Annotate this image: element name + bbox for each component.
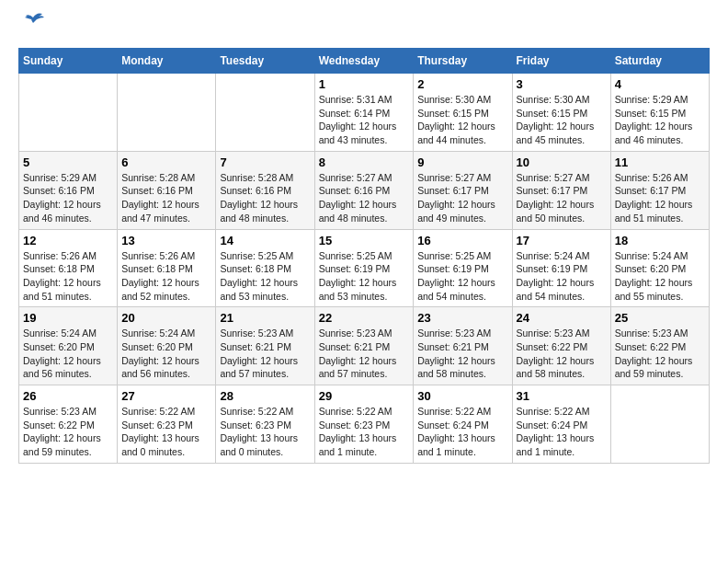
calendar-cell: 2Sunrise: 5:30 AM Sunset: 6:15 PM Daylig…: [414, 74, 512, 152]
day-info: Sunrise: 5:28 AM Sunset: 6:16 PM Dayligh…: [220, 171, 310, 225]
calendar-cell: 21Sunrise: 5:23 AM Sunset: 6:21 PM Dayli…: [216, 307, 314, 385]
day-info: Sunrise: 5:29 AM Sunset: 6:16 PM Dayligh…: [23, 171, 113, 225]
column-header-tuesday: Tuesday: [216, 49, 314, 74]
calendar-cell: [19, 74, 118, 152]
day-number: 31: [517, 389, 607, 403]
day-number: 10: [517, 155, 607, 169]
calendar-cell: 16Sunrise: 5:25 AM Sunset: 6:19 PM Dayli…: [414, 229, 512, 307]
day-number: 8: [319, 155, 410, 169]
calendar-cell: 10Sunrise: 5:27 AM Sunset: 6:17 PM Dayli…: [512, 151, 610, 229]
calendar-cell: 1Sunrise: 5:31 AM Sunset: 6:14 PM Daylig…: [314, 74, 414, 152]
calendar-cell: 24Sunrise: 5:23 AM Sunset: 6:22 PM Dayli…: [512, 307, 610, 385]
day-info: Sunrise: 5:23 AM Sunset: 6:22 PM Dayligh…: [517, 327, 607, 381]
calendar-cell: 30Sunrise: 5:22 AM Sunset: 6:24 PM Dayli…: [414, 385, 512, 464]
day-info: Sunrise: 5:30 AM Sunset: 6:15 PM Dayligh…: [417, 93, 507, 147]
calendar-cell: 3Sunrise: 5:30 AM Sunset: 6:15 PM Daylig…: [512, 74, 610, 152]
calendar-cell: [216, 74, 314, 152]
column-header-monday: Monday: [118, 49, 216, 74]
calendar-cell: 31Sunrise: 5:22 AM Sunset: 6:24 PM Dayli…: [512, 385, 610, 464]
day-info: Sunrise: 5:22 AM Sunset: 6:23 PM Dayligh…: [220, 405, 310, 459]
day-info: Sunrise: 5:29 AM Sunset: 6:15 PM Dayligh…: [615, 93, 705, 147]
day-info: Sunrise: 5:24 AM Sunset: 6:20 PM Dayligh…: [615, 249, 705, 304]
calendar-week-row: 1Sunrise: 5:31 AM Sunset: 6:14 PM Daylig…: [19, 74, 710, 152]
calendar-cell: 29Sunrise: 5:22 AM Sunset: 6:23 PM Dayli…: [314, 385, 414, 464]
calendar-cell: 19Sunrise: 5:24 AM Sunset: 6:20 PM Dayli…: [19, 307, 118, 385]
day-number: 11: [615, 155, 705, 169]
day-info: Sunrise: 5:22 AM Sunset: 6:24 PM Dayligh…: [417, 405, 507, 459]
day-info: Sunrise: 5:22 AM Sunset: 6:24 PM Dayligh…: [517, 405, 607, 459]
calendar-cell: 15Sunrise: 5:25 AM Sunset: 6:19 PM Dayli…: [314, 229, 414, 307]
day-number: 7: [220, 155, 310, 169]
day-number: 12: [23, 234, 113, 247]
calendar-header-row: SundayMondayTuesdayWednesdayThursdayFrid…: [19, 49, 710, 74]
calendar-cell: 13Sunrise: 5:26 AM Sunset: 6:18 PM Dayli…: [118, 229, 216, 307]
day-number: 19: [23, 311, 113, 325]
day-info: Sunrise: 5:22 AM Sunset: 6:23 PM Dayligh…: [121, 405, 211, 459]
day-number: 15: [319, 234, 410, 247]
day-number: 1: [319, 77, 410, 91]
column-header-wednesday: Wednesday: [314, 49, 414, 74]
calendar-cell: 23Sunrise: 5:23 AM Sunset: 6:21 PM Dayli…: [414, 307, 512, 385]
calendar-cell: 11Sunrise: 5:26 AM Sunset: 6:17 PM Dayli…: [610, 151, 709, 229]
day-number: 20: [121, 311, 211, 325]
calendar-week-row: 26Sunrise: 5:23 AM Sunset: 6:22 PM Dayli…: [19, 385, 710, 464]
calendar-cell: [118, 74, 216, 152]
day-number: 13: [121, 234, 211, 247]
day-info: Sunrise: 5:25 AM Sunset: 6:19 PM Dayligh…: [319, 249, 410, 304]
calendar-cell: 9Sunrise: 5:27 AM Sunset: 6:17 PM Daylig…: [414, 151, 512, 229]
calendar-week-row: 19Sunrise: 5:24 AM Sunset: 6:20 PM Dayli…: [19, 307, 710, 385]
calendar-cell: 7Sunrise: 5:28 AM Sunset: 6:16 PM Daylig…: [216, 151, 314, 229]
calendar-cell: 18Sunrise: 5:24 AM Sunset: 6:20 PM Dayli…: [610, 229, 709, 307]
day-number: 18: [615, 234, 705, 247]
day-number: 27: [121, 389, 211, 403]
day-info: Sunrise: 5:23 AM Sunset: 6:21 PM Dayligh…: [220, 327, 310, 381]
day-info: Sunrise: 5:25 AM Sunset: 6:18 PM Dayligh…: [220, 249, 310, 304]
column-header-friday: Friday: [512, 49, 610, 74]
day-info: Sunrise: 5:24 AM Sunset: 6:20 PM Dayligh…: [23, 327, 113, 381]
calendar-cell: 8Sunrise: 5:27 AM Sunset: 6:16 PM Daylig…: [314, 151, 414, 229]
calendar-cell: 12Sunrise: 5:26 AM Sunset: 6:18 PM Dayli…: [19, 229, 118, 307]
calendar-cell: 4Sunrise: 5:29 AM Sunset: 6:15 PM Daylig…: [610, 74, 709, 152]
day-info: Sunrise: 5:28 AM Sunset: 6:16 PM Dayligh…: [121, 171, 211, 225]
calendar-cell: 17Sunrise: 5:24 AM Sunset: 6:19 PM Dayli…: [512, 229, 610, 307]
day-number: 5: [23, 155, 113, 169]
day-number: 4: [615, 77, 705, 91]
day-info: Sunrise: 5:27 AM Sunset: 6:17 PM Dayligh…: [517, 171, 607, 225]
day-number: 17: [517, 234, 607, 247]
calendar-week-row: 12Sunrise: 5:26 AM Sunset: 6:18 PM Dayli…: [19, 229, 710, 307]
day-info: Sunrise: 5:23 AM Sunset: 6:21 PM Dayligh…: [319, 327, 410, 381]
day-info: Sunrise: 5:26 AM Sunset: 6:17 PM Dayligh…: [615, 171, 705, 225]
day-number: 30: [417, 389, 507, 403]
column-header-sunday: Sunday: [19, 49, 118, 74]
day-number: 14: [220, 234, 310, 247]
calendar-cell: 5Sunrise: 5:29 AM Sunset: 6:16 PM Daylig…: [19, 151, 118, 229]
calendar-cell: 20Sunrise: 5:24 AM Sunset: 6:20 PM Dayli…: [118, 307, 216, 385]
day-info: Sunrise: 5:31 AM Sunset: 6:14 PM Dayligh…: [319, 93, 410, 147]
day-info: Sunrise: 5:26 AM Sunset: 6:18 PM Dayligh…: [23, 249, 113, 304]
day-info: Sunrise: 5:27 AM Sunset: 6:16 PM Dayligh…: [319, 171, 410, 225]
calendar-cell: 25Sunrise: 5:23 AM Sunset: 6:22 PM Dayli…: [610, 307, 709, 385]
day-number: 25: [615, 311, 705, 325]
day-info: Sunrise: 5:23 AM Sunset: 6:21 PM Dayligh…: [417, 327, 507, 381]
calendar-cell: 22Sunrise: 5:23 AM Sunset: 6:21 PM Dayli…: [314, 307, 414, 385]
day-info: Sunrise: 5:27 AM Sunset: 6:17 PM Dayligh…: [417, 171, 507, 225]
day-number: 2: [417, 77, 507, 91]
day-info: Sunrise: 5:23 AM Sunset: 6:22 PM Dayligh…: [23, 405, 113, 459]
day-info: Sunrise: 5:30 AM Sunset: 6:15 PM Dayligh…: [517, 93, 607, 147]
page-header: [18, 18, 710, 39]
calendar-cell: [610, 385, 709, 464]
day-number: 29: [319, 389, 410, 403]
day-number: 6: [121, 155, 211, 169]
day-info: Sunrise: 5:24 AM Sunset: 6:19 PM Dayligh…: [517, 249, 607, 304]
day-info: Sunrise: 5:23 AM Sunset: 6:22 PM Dayligh…: [615, 327, 705, 381]
logo: [18, 18, 46, 39]
day-number: 16: [417, 234, 507, 247]
calendar-cell: 26Sunrise: 5:23 AM Sunset: 6:22 PM Dayli…: [19, 385, 118, 464]
day-number: 9: [417, 155, 507, 169]
calendar-cell: 28Sunrise: 5:22 AM Sunset: 6:23 PM Dayli…: [216, 385, 314, 464]
logo-bird-icon: [20, 10, 46, 29]
calendar-cell: 14Sunrise: 5:25 AM Sunset: 6:18 PM Dayli…: [216, 229, 314, 307]
day-number: 22: [319, 311, 410, 325]
day-number: 26: [23, 389, 113, 403]
calendar-week-row: 5Sunrise: 5:29 AM Sunset: 6:16 PM Daylig…: [19, 151, 710, 229]
